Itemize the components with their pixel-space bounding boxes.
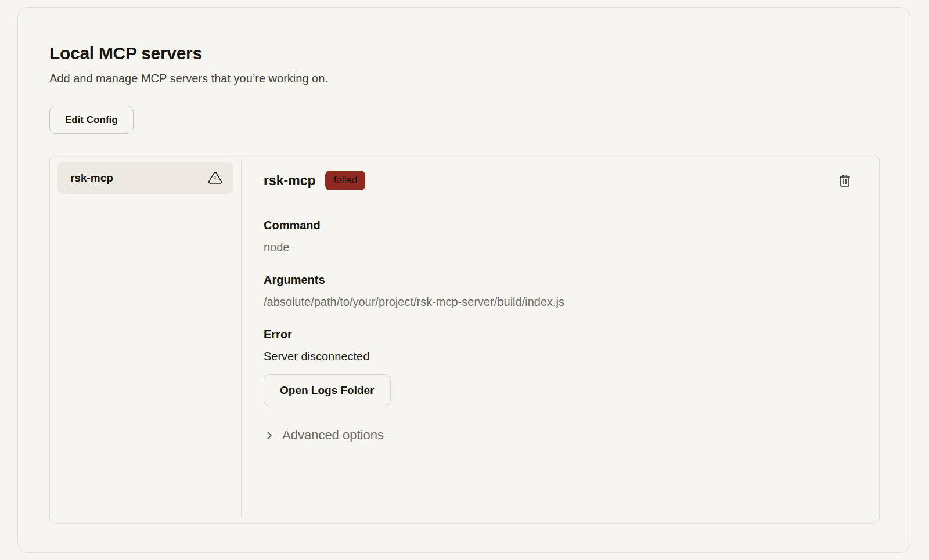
page-title: Local MCP servers (49, 44, 878, 63)
server-list: rsk-mcp (50, 154, 241, 523)
delete-server-button[interactable] (837, 173, 852, 188)
field-error-label: Error (264, 328, 852, 341)
field-arguments-label: Arguments (264, 273, 852, 287)
field-error: Error Server disconnected (264, 328, 852, 363)
field-command-value: node (264, 241, 852, 254)
field-command: Command node (264, 219, 852, 254)
warning-icon (208, 171, 222, 185)
server-name-title: rsk-mcp (264, 173, 315, 189)
field-arguments: Arguments /absolute/path/to/your/project… (264, 273, 852, 309)
server-list-item-rsk-mcp[interactable]: rsk-mcp (57, 162, 233, 194)
server-detail-header: rsk-mcp failed (264, 171, 852, 190)
local-mcp-servers-card: Local MCP servers Add and manage MCP ser… (17, 7, 910, 553)
field-arguments-value: /absolute/path/to/your/project/rsk-mcp-s… (264, 295, 852, 309)
edit-config-button[interactable]: Edit Config (49, 106, 134, 134)
page-subtitle: Add and manage MCP servers that you’re w… (49, 72, 878, 85)
field-error-value: Server disconnected (264, 350, 852, 363)
field-command-label: Command (264, 219, 852, 232)
open-logs-folder-button[interactable]: Open Logs Folder (264, 374, 391, 406)
status-badge: failed (325, 171, 365, 190)
advanced-options-toggle[interactable]: Advanced options (264, 428, 384, 443)
advanced-options-label: Advanced options (282, 428, 384, 443)
chevron-right-icon (264, 430, 275, 441)
server-list-item-label: rsk-mcp (70, 172, 113, 185)
trash-icon (837, 173, 852, 188)
server-detail: rsk-mcp failed Command (242, 154, 879, 523)
server-panel: rsk-mcp rsk-mcp failed (49, 154, 880, 524)
